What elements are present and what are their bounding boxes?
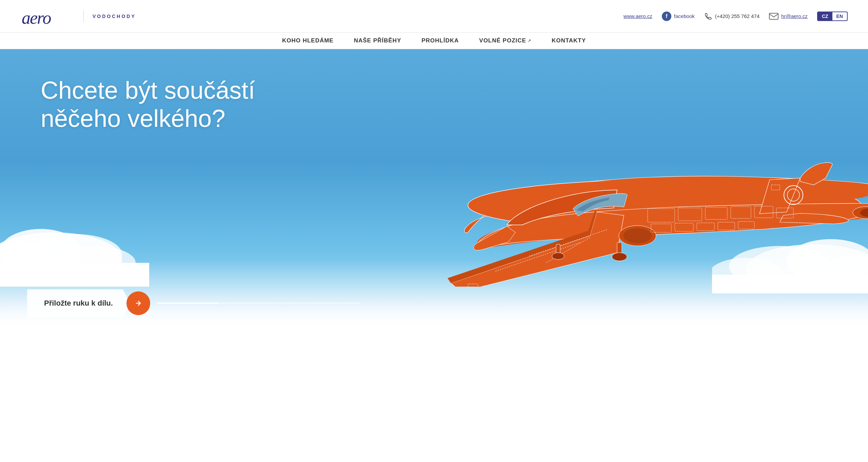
hero-title: Chcete být součástí něčeho velkého? — [41, 76, 434, 133]
main-nav: KOHO HLEDÁME NAŠE PŘÍBĚHY PROHLÍDKA VOLN… — [0, 33, 868, 49]
cta-label: Přiložte ruku k dílu. — [44, 299, 113, 307]
airplane-svg — [427, 90, 868, 287]
cta-arrow-icon — [134, 299, 143, 308]
nav-nase-pribehy[interactable]: NAŠE PŘÍBĚHY — [354, 37, 401, 44]
svg-point-38 — [552, 253, 564, 259]
cta-arrow-button[interactable] — [126, 291, 150, 315]
cta-box: Přiložte ruku k dílu. — [27, 289, 130, 317]
top-bar: aero VODOCHODY www.aero.cz f facebook (+… — [0, 0, 868, 33]
website-link[interactable]: www.aero.cz — [624, 13, 652, 19]
svg-rect-8 — [0, 263, 149, 287]
hero-section: Chcete být součástí něčeho velkého? — [0, 49, 868, 327]
top-right-links: www.aero.cz f facebook (+420) 255 762 47… — [624, 12, 848, 21]
facebook-icon: f — [662, 12, 671, 21]
nav-volne-pozice[interactable]: VOLNÉ POZICE ↗ — [479, 37, 531, 44]
email-link[interactable]: hr@aero.cz — [781, 13, 808, 19]
email-area: hr@aero.cz — [769, 13, 808, 20]
phone-icon — [704, 12, 712, 20]
cta-section: Přiložte ruku k dílu. — [27, 289, 360, 317]
lang-en-button[interactable]: EN — [832, 12, 847, 20]
hero-text: Chcete být součástí něčeho velkého? — [41, 76, 434, 133]
cta-progress-fill — [157, 303, 218, 304]
email-icon — [769, 13, 778, 20]
facebook-label: facebook — [674, 13, 695, 19]
svg-rect-1 — [769, 13, 778, 19]
lang-cz-button[interactable]: CZ — [818, 12, 832, 20]
external-link-icon: ↗ — [528, 38, 531, 43]
svg-text:aero: aero — [22, 8, 51, 26]
nav-kontakty[interactable]: KONTAKTY — [552, 37, 586, 44]
airplane-container — [427, 90, 868, 300]
logo-svg: aero — [20, 6, 75, 26]
cloud-left — [0, 198, 149, 287]
logo-area[interactable]: aero VODOCHODY — [20, 6, 136, 26]
phone-number: (+420) 255 762 474 — [715, 13, 760, 19]
svg-point-17 — [623, 228, 652, 243]
nav-koho-hledame[interactable]: KOHO HLEDÁME — [282, 37, 334, 44]
svg-point-40 — [612, 253, 627, 261]
nav-prohlidka[interactable]: PROHLÍDKA — [421, 37, 459, 44]
phone-area: (+420) 255 762 474 — [704, 12, 760, 20]
logo-divider — [83, 10, 84, 22]
cta-progress-bar — [157, 303, 360, 304]
facebook-link[interactable]: f facebook — [662, 12, 695, 21]
lang-switcher: CZ EN — [817, 12, 848, 21]
logo-sub: VODOCHODY — [93, 14, 136, 19]
